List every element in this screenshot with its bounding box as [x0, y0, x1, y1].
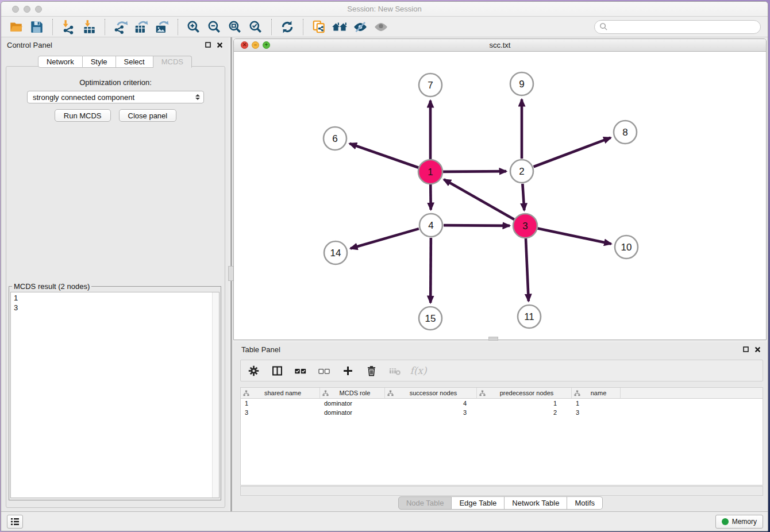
checked-boxes-icon	[294, 365, 307, 377]
control-panel-header: Control Panel	[1, 37, 229, 52]
mcds-tab-content: Optimization criterion: strongly connect…	[6, 66, 225, 508]
search-icon	[599, 22, 608, 31]
eye-slash-icon	[353, 20, 368, 34]
zoom-out-button[interactable]	[206, 18, 223, 36]
mcds-result-box[interactable]: 1 3	[10, 292, 220, 498]
zoom-fit-button[interactable]	[226, 18, 244, 36]
delete-table-button-disabled	[388, 364, 402, 377]
close-panel-icon[interactable]	[217, 42, 223, 48]
application-window: Session: New Session	[1, 1, 768, 531]
tab-network-table[interactable]: Network Table	[505, 496, 567, 510]
table-cell[interactable]: dominator	[320, 400, 385, 407]
network-window-titlebar: ✕ − + scc.txt	[234, 39, 766, 52]
tab-motifs[interactable]: Motifs	[567, 496, 603, 510]
graph-edge-3-1[interactable]	[444, 179, 514, 219]
new-network-from-selection-button[interactable]	[310, 18, 328, 36]
export-network-button[interactable]	[112, 18, 129, 36]
main-area: Control Panel Network Style Select MCDS …	[1, 37, 768, 511]
deselect-all-checkboxes-button[interactable]	[317, 364, 331, 377]
table-cell[interactable]: 1	[241, 400, 320, 407]
tab-network[interactable]: Network	[38, 56, 83, 68]
zoom-selected-button[interactable]	[247, 18, 264, 36]
tab-select[interactable]: Select	[116, 56, 153, 68]
table-cell[interactable]: 3	[241, 409, 320, 416]
delete-row-button[interactable]	[364, 364, 378, 377]
graph-edge-4-3[interactable]	[444, 225, 510, 226]
run-mcds-button[interactable]: Run MCDS	[55, 109, 111, 122]
horizontal-split-grip[interactable]	[488, 337, 498, 341]
column-header-name[interactable]: name	[572, 388, 621, 398]
table-panel-tabs: Node Table Edge Table Network Table Moti…	[233, 496, 768, 510]
table-panel-title: Table Panel	[241, 345, 280, 354]
column-header-label: successor nodes	[394, 390, 476, 396]
tab-mcds[interactable]: MCDS	[153, 56, 192, 68]
table-cell[interactable]: 3	[572, 409, 621, 416]
table-toolbar: f(x)	[240, 360, 763, 381]
network-canvas[interactable]: 7968124314101511	[234, 52, 766, 340]
graph-node-label-7: 7	[428, 80, 433, 91]
window-title: Session: New Session	[1, 5, 768, 13]
tab-style[interactable]: Style	[83, 56, 116, 68]
result-scrollbar[interactable]	[212, 292, 219, 498]
table-panel-header: Table Panel	[233, 342, 768, 356]
mcds-result-text: 1 3	[11, 292, 219, 313]
tab-edge-table[interactable]: Edge Table	[452, 496, 505, 510]
import-table-button[interactable]	[80, 18, 98, 36]
column-type-icon	[243, 390, 249, 396]
first-neighbors-button[interactable]	[331, 18, 348, 36]
graph-edge-1-6[interactable]	[349, 144, 418, 168]
graph-edge-2-8[interactable]	[534, 138, 611, 167]
zoom-out-icon	[207, 20, 222, 34]
graph-node-label-6: 6	[332, 133, 337, 144]
hide-selected-button[interactable]	[352, 18, 369, 36]
save-session-button[interactable]	[28, 18, 45, 36]
control-panel: Control Panel Network Style Select MCDS …	[1, 37, 229, 511]
table-row[interactable]: 3dominator323	[241, 408, 763, 417]
float-panel-icon[interactable]	[743, 346, 749, 352]
table-cell[interactable]: 1	[572, 400, 621, 407]
column-type-icon	[387, 390, 394, 396]
export-table-button[interactable]	[133, 18, 150, 36]
column-header-MCDS-role[interactable]: MCDS role	[320, 388, 385, 398]
graph-edge-4-14[interactable]	[351, 229, 419, 248]
show-all-button[interactable]	[372, 18, 390, 36]
network-graph[interactable]: 7968124314101511	[234, 52, 767, 340]
table-cell[interactable]: 1	[477, 400, 572, 407]
main-toolbar	[1, 17, 768, 37]
add-row-button[interactable]	[341, 364, 355, 377]
column-header-predecessor-nodes[interactable]: predecessor nodes	[477, 388, 572, 398]
float-panel-icon[interactable]	[205, 42, 211, 48]
table-cell[interactable]: 3	[385, 409, 477, 416]
select-all-checkboxes-button[interactable]	[294, 364, 307, 377]
column-header-shared-name[interactable]: shared name	[241, 388, 320, 398]
criterion-dropdown[interactable]: strongly connected component	[27, 91, 204, 103]
zoom-in-button[interactable]	[185, 18, 202, 36]
table-row[interactable]: 1dominator411	[241, 399, 763, 408]
table-cell[interactable]: 4	[385, 400, 477, 407]
table-settings-button[interactable]	[247, 364, 260, 377]
refresh-button[interactable]	[279, 18, 296, 36]
search-field[interactable]	[594, 20, 761, 34]
column-header-successor-nodes[interactable]: successor nodes	[385, 388, 477, 398]
dropdown-stepper-icon	[195, 94, 200, 100]
close-panel-icon[interactable]	[754, 346, 761, 353]
graph-node-label-3: 3	[522, 221, 528, 232]
open-session-button[interactable]	[7, 18, 25, 36]
column-type-icon	[322, 390, 329, 396]
table-cell[interactable]: 2	[477, 409, 572, 416]
graph-edge-2-3[interactable]	[522, 184, 524, 210]
close-panel-button[interactable]: Close panel	[119, 109, 177, 122]
graph-edge-3-10[interactable]	[538, 229, 611, 244]
graph-edge-1-2[interactable]	[443, 171, 506, 172]
task-history-button[interactable]	[7, 515, 23, 529]
import-network-button[interactable]	[60, 18, 77, 36]
export-image-button[interactable]	[153, 18, 171, 36]
tab-node-table[interactable]: Node Table	[398, 496, 452, 510]
memory-button[interactable]: Memory	[715, 515, 763, 529]
split-columns-button[interactable]	[270, 364, 284, 377]
graph-edge-3-11[interactable]	[526, 238, 529, 301]
table-horizontal-scrollbar[interactable]	[240, 486, 763, 496]
table-cell[interactable]: dominator	[320, 409, 385, 416]
column-header-label: predecessor nodes	[486, 390, 571, 396]
graph-edge-4-15[interactable]	[430, 238, 431, 303]
